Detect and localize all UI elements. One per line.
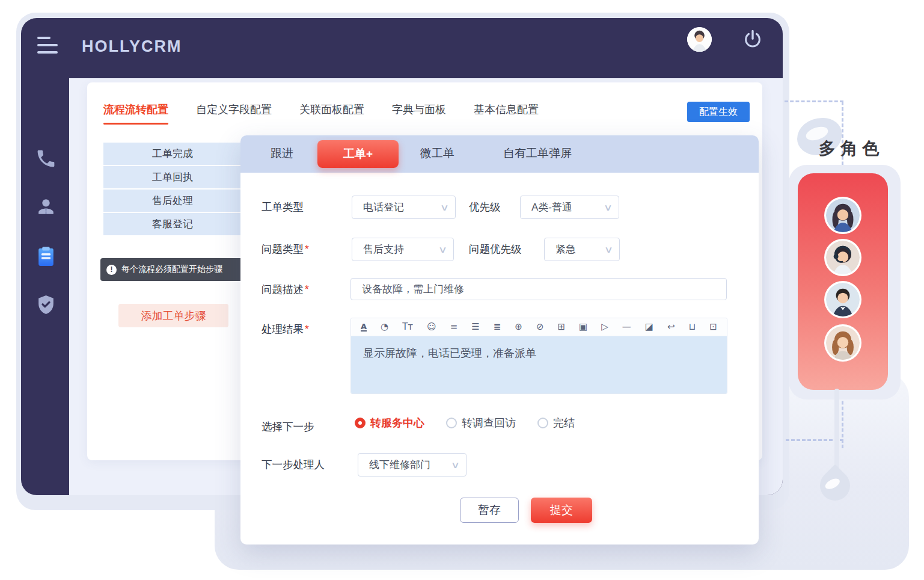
workflow-step-list: 工单完成 工单回执 售后处理 客服登记 xyxy=(103,143,257,236)
radio-unselected-icon xyxy=(446,418,457,428)
chevron-down-icon: ∨ xyxy=(438,244,447,255)
chevron-down-icon: ∨ xyxy=(440,202,449,213)
next-step-radio-group: 转服务中心 转调查回访 完结 xyxy=(355,416,575,430)
dashed-line xyxy=(785,100,843,102)
issue-type-select[interactable]: 售后支持∨ xyxy=(352,238,454,261)
text-style-icon[interactable]: A xyxy=(361,322,367,332)
link-icon[interactable]: ⊕ xyxy=(515,322,522,332)
sidebar-item-phone[interactable] xyxy=(35,147,57,170)
modal-tab-workorder-active[interactable]: 工单+ xyxy=(317,140,399,168)
emoji-icon[interactable]: ☺ xyxy=(427,322,436,332)
delete-icon[interactable]: ⊔ xyxy=(689,322,696,332)
image-icon[interactable]: ▣ xyxy=(579,322,587,332)
next-handler-select[interactable]: 线下维修部门∨ xyxy=(358,453,467,477)
sidebar-item-workorders-active[interactable] xyxy=(35,245,57,268)
font-color-icon[interactable]: ◔ xyxy=(381,322,388,332)
multi-role-label: 多角色 xyxy=(819,137,884,160)
list-icon[interactable]: ≣ xyxy=(494,322,501,332)
editor-toolbar: A ◔ Tт ☺ ≡ ☰ ≣ ⊕ ⊘ ⊞ ▣ ▷ — ◪ ↩ ⊔ ⊡ xyxy=(351,318,727,336)
logout-power-icon[interactable] xyxy=(742,29,763,49)
workorder-modal: 跟进 工单+ 微工单 自有工单弹屏 工单类型 电话登记∨ 优先级 A类-普通∨ … xyxy=(240,135,759,545)
eraser-icon[interactable]: ◪ xyxy=(645,322,653,332)
chevron-down-icon: ∨ xyxy=(604,202,613,213)
roles-panel xyxy=(798,173,888,390)
apply-config-button[interactable]: 配置生效 xyxy=(687,102,750,122)
tab-flow-config[interactable]: 流程流转配置 xyxy=(103,102,168,125)
issue-desc-input[interactable] xyxy=(350,278,727,300)
sidebar xyxy=(21,78,69,495)
sidebar-item-customers[interactable] xyxy=(35,196,57,218)
step-row-complete[interactable]: 工单完成 xyxy=(103,143,257,165)
priority-select[interactable]: A类-普通∨ xyxy=(520,196,619,219)
tab-dictionary-panel[interactable]: 字典与面板 xyxy=(392,102,446,125)
video-icon[interactable]: ▷ xyxy=(601,322,608,332)
screen: HOLLYCRM xyxy=(0,0,924,580)
order-type-select[interactable]: 电话登记∨ xyxy=(352,196,456,219)
align-icon[interactable]: ☰ xyxy=(471,322,479,332)
submit-button[interactable]: 提交 xyxy=(531,498,592,523)
user-avatar[interactable] xyxy=(687,27,712,52)
radio-selected-icon xyxy=(355,418,366,428)
radio-finish[interactable]: 完结 xyxy=(537,416,575,430)
table-icon[interactable]: ⊞ xyxy=(557,322,565,332)
tab-linked-panel[interactable]: 关联面板配置 xyxy=(299,102,364,125)
workflow-notice-tooltip: ! 每个流程必须配置开始步骤 xyxy=(100,258,245,281)
female-agent-avatar xyxy=(824,197,861,234)
add-step-button[interactable]: 添加工单步骤 xyxy=(118,304,228,327)
result-label: 处理结果* xyxy=(262,322,309,336)
female-agent-2-avatar xyxy=(824,324,861,362)
issue-type-label: 问题类型* xyxy=(262,242,309,256)
chevron-down-icon: ∨ xyxy=(451,460,460,470)
next-handler-label: 下一步处理人 xyxy=(262,457,325,472)
step-row-register[interactable]: 客服登记 xyxy=(103,213,257,235)
modal-tab-followup[interactable]: 跟进 xyxy=(271,146,293,161)
radio-survey-callback[interactable]: 转调查回访 xyxy=(446,416,516,430)
hamburger-menu-icon[interactable] xyxy=(37,37,59,56)
modal-tab-micro-workorder[interactable]: 微工单 xyxy=(420,146,454,161)
modal-tabbar: 跟进 工单+ 微工单 自有工单弹屏 xyxy=(240,135,759,173)
editor-content[interactable]: 显示屏故障，电话已受理，准备派单 xyxy=(351,336,727,394)
fullscreen-icon[interactable]: ⊡ xyxy=(709,322,717,332)
tab-basic-info[interactable]: 基本信息配置 xyxy=(474,102,539,125)
issue-priority-select[interactable]: 紧急∨ xyxy=(544,238,620,261)
exclamation-icon: ! xyxy=(106,265,117,275)
top-navbar: HOLLYCRM xyxy=(21,18,783,78)
priority-label: 优先级 xyxy=(469,200,501,214)
chevron-down-icon: ∨ xyxy=(604,244,613,255)
save-draft-button[interactable]: 暂存 xyxy=(460,498,519,523)
radio-unselected-icon xyxy=(537,418,548,428)
brand-logo: HOLLYCRM xyxy=(82,37,182,56)
drop-stem-decoration xyxy=(834,389,839,474)
step-row-receipt[interactable]: 工单回执 xyxy=(103,166,257,188)
undo-icon[interactable]: ↩ xyxy=(667,322,675,332)
headset-agent-avatar xyxy=(824,239,861,276)
step-row-aftersales[interactable]: 售后处理 xyxy=(103,190,257,212)
male-agent-avatar xyxy=(824,281,861,318)
indent-icon[interactable]: ≡ xyxy=(450,322,458,332)
font-size-icon[interactable]: Tт xyxy=(402,322,413,332)
next-step-label: 选择下一步 xyxy=(262,419,314,434)
issue-priority-label: 问题优先级 xyxy=(469,242,522,256)
order-type-label: 工单类型 xyxy=(262,200,304,214)
modal-tab-own-popup[interactable]: 自有工单弹屏 xyxy=(503,146,572,161)
unlink-icon[interactable]: ⊘ xyxy=(536,322,544,332)
sidebar-item-security[interactable] xyxy=(35,294,57,316)
divider-icon[interactable]: — xyxy=(622,322,631,332)
config-tabbar: 流程流转配置 自定义字段配置 关联面板配置 字典与面板 基本信息配置 xyxy=(103,102,539,125)
result-richtext-editor[interactable]: A ◔ Tт ☺ ≡ ☰ ≣ ⊕ ⊘ ⊞ ▣ ▷ — ◪ ↩ ⊔ ⊡ 显示屏故障… xyxy=(350,318,727,394)
tab-custom-fields[interactable]: 自定义字段配置 xyxy=(196,102,272,125)
issue-desc-label: 问题描述* xyxy=(262,282,309,297)
radio-service-center[interactable]: 转服务中心 xyxy=(355,416,424,430)
notice-text: 每个流程必须配置开始步骤 xyxy=(121,264,222,275)
